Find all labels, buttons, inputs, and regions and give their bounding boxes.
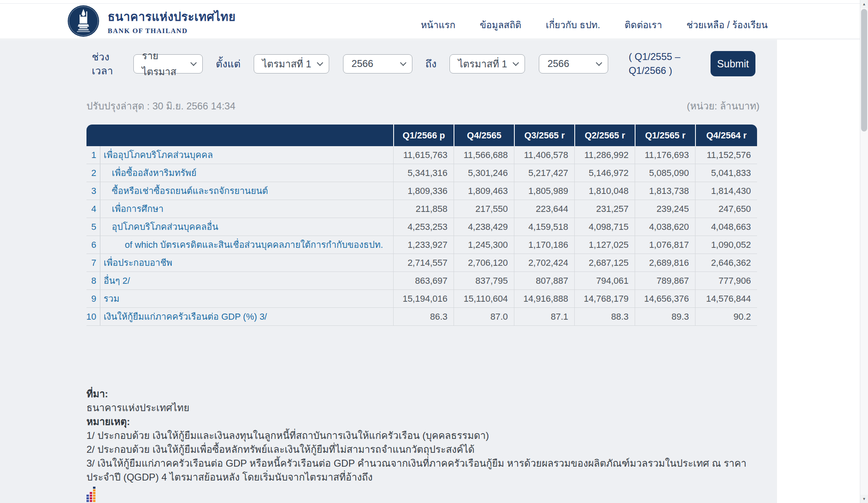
row-label-link[interactable]: รวม	[100, 290, 393, 307]
nav-item[interactable]: เกี่ยวกับ ธปท.	[546, 18, 600, 32]
footnotes: ที่มา: ธนาคารแห่งประเทศไทย หมายเหตุ: 1/ …	[86, 387, 757, 503]
brand-title-english: BANK OF THAILAND	[108, 27, 236, 35]
row-value: 89.3	[635, 308, 695, 325]
row-value: 4,038,620	[635, 218, 695, 236]
row-label-link[interactable]: เงินให้กู้ยืมแก่ภาคครัวเรือนต่อ GDP (%) …	[100, 308, 393, 325]
table-header-spacer	[86, 125, 393, 146]
period-label: ช่วง เวลา	[92, 50, 120, 78]
to-year-select-value: 2566	[547, 58, 569, 69]
row-value: 217,550	[454, 200, 514, 218]
column-header: Q1/2566 p	[393, 125, 454, 146]
table-row: 9รวม15,194,01615,110,60414,916,88814,768…	[86, 290, 757, 308]
row-value: 863,697	[393, 272, 454, 289]
row-value: 5,217,427	[514, 164, 574, 182]
row-value: 1,814,430	[695, 182, 757, 200]
chevron-down-icon	[317, 59, 323, 66]
bank-of-thailand-logo-icon	[67, 5, 100, 37]
row-label-link[interactable]: เพื่อประกอบอาชีพ	[100, 254, 393, 272]
notes-label: หมายเหตุ:	[86, 415, 757, 429]
to-quarter-select-value: ไตรมาสที่ 1	[458, 56, 507, 72]
row-value: 11,566,688	[454, 146, 514, 164]
to-year-select[interactable]: 2566	[539, 54, 608, 73]
row-value: 231,257	[574, 200, 635, 218]
notes-list: 1/ ประกอบด้วย เงินให้กู้ยืมและเงินลงทุนใ…	[86, 429, 757, 484]
table-row: 3ซื้อหรือเช่าซื้อรถยนต์และรถจักรยานยนต์1…	[86, 182, 757, 200]
row-value: 90.2	[695, 308, 757, 325]
from-year-select-value: 2566	[352, 58, 373, 69]
row-value: 4,048,663	[695, 218, 757, 236]
row-value: 247,650	[695, 200, 757, 218]
data-table: Q1/2566 pQ4/2565Q3/2565 rQ2/2565 rQ1/256…	[86, 125, 757, 326]
frequency-select[interactable]: รายไตรมาส	[133, 54, 203, 73]
column-header: Q3/2565 r	[514, 125, 574, 146]
row-label-link[interactable]: of which บัตรเครดิตและสินเชื่อส่วนบุคคลภ…	[100, 236, 393, 254]
row-value: 1,127,025	[574, 236, 635, 254]
chevron-down-icon	[513, 59, 519, 66]
frequency-select-value: รายไตรมาส	[142, 48, 186, 80]
row-value: 14,916,888	[514, 290, 574, 307]
row-value: 807,887	[514, 272, 574, 289]
row-value: 239,245	[635, 200, 695, 218]
chevron-down-icon	[400, 59, 407, 66]
row-value: 2,706,120	[454, 254, 514, 272]
submit-button[interactable]: Submit	[711, 51, 755, 76]
row-value: 87.1	[514, 308, 574, 325]
row-value: 1,170,186	[514, 236, 574, 254]
source-label: ที่มา:	[86, 387, 757, 401]
nav-item[interactable]: หน้าแรก	[421, 18, 455, 32]
scrollbar-thumb[interactable]	[861, 9, 867, 131]
chevron-down-icon	[596, 59, 602, 66]
row-value: 2,646,362	[695, 254, 757, 272]
from-year-select[interactable]: 2566	[343, 54, 412, 73]
table-row: 4เพื่อการศึกษา211,858217,550223,644231,2…	[86, 200, 757, 218]
vertical-scrollbar[interactable]: ▲ ▼	[860, 0, 868, 503]
row-label-link[interactable]: อุปโภคบริโภคส่วนบุคคลอื่น	[100, 218, 393, 236]
row-value: 11,615,763	[393, 146, 454, 164]
row-label-link[interactable]: เพื่อการศึกษา	[100, 200, 393, 218]
nav-item[interactable]: ข้อมูลสถิติ	[480, 18, 521, 32]
row-value: 223,644	[514, 200, 574, 218]
row-value: 1,805,989	[514, 182, 574, 200]
to-quarter-select[interactable]: ไตรมาสที่ 1	[450, 54, 525, 73]
from-quarter-select[interactable]: ไตรมาสที่ 1	[254, 54, 329, 73]
row-number: 1	[86, 146, 100, 164]
row-value: 4,253,253	[393, 218, 454, 236]
footnote-line: 2/ ประกอบด้วย เงินให้กู้ยืมเพื่อซื้อหลัก…	[86, 443, 757, 456]
row-value: 1,090,052	[695, 236, 757, 254]
row-label-link[interactable]: เพื่อซื้ออสังหาริมทรัพย์	[100, 164, 393, 182]
row-value: 777,906	[695, 272, 757, 289]
statistics-bars-icon[interactable]	[86, 486, 97, 503]
column-header: Q1/2565 r	[635, 125, 695, 146]
row-value: 4,238,429	[454, 218, 514, 236]
row-number: 4	[86, 200, 100, 218]
row-label-link[interactable]: ซื้อหรือเช่าซื้อรถยนต์และรถจักรยานยนต์	[100, 182, 393, 200]
to-label: ถึง	[425, 56, 436, 72]
scrollbar-up-arrow-icon[interactable]: ▲	[860, 0, 868, 8]
row-value: 14,656,376	[635, 290, 695, 307]
table-row: 1เพื่ออุปโภคบริโภคส่วนบุคคล11,615,76311,…	[86, 146, 757, 164]
row-value: 2,689,816	[635, 254, 695, 272]
row-value: 1,813,738	[635, 182, 695, 200]
row-label-link[interactable]: เพื่ออุปโภคบริโภคส่วนบุคคล	[100, 146, 393, 164]
row-value: 1,245,300	[454, 236, 514, 254]
row-value: 2,687,125	[574, 254, 635, 272]
row-value: 1,233,927	[393, 236, 454, 254]
main-nav: หน้าแรกข้อมูลสถิติเกี่ยวกับ ธปท.ติดต่อเร…	[421, 4, 768, 39]
row-number: 2	[86, 164, 100, 182]
table-row: 6of which บัตรเครดิตและสินเชื่อส่วนบุคคล…	[86, 236, 757, 254]
row-number: 10	[86, 308, 100, 325]
row-value: 15,194,016	[393, 290, 454, 307]
unit-text: (หน่วย: ล้านบาท)	[687, 98, 760, 114]
site-header: ธนาคารแห่งประเทศไทย BANK OF THAILAND หน้…	[0, 4, 860, 39]
row-value: 2,714,557	[393, 254, 454, 272]
scrollbar-down-arrow-icon[interactable]: ▼	[860, 495, 868, 503]
row-label-link[interactable]: อื่นๆ 2/	[100, 272, 393, 289]
nav-item[interactable]: ติดต่อเรา	[624, 18, 662, 32]
row-value: 5,301,246	[454, 164, 514, 182]
row-value: 86.3	[393, 308, 454, 325]
row-value: 87.0	[454, 308, 514, 325]
nav-item[interactable]: ช่วยเหลือ / ร้องเรียน	[686, 18, 768, 32]
row-value: 11,406,578	[514, 146, 574, 164]
column-header: Q2/2565 r	[574, 125, 635, 146]
table-row: 2เพื่อซื้ออสังหาริมทรัพย์5,341,3165,301,…	[86, 164, 757, 182]
